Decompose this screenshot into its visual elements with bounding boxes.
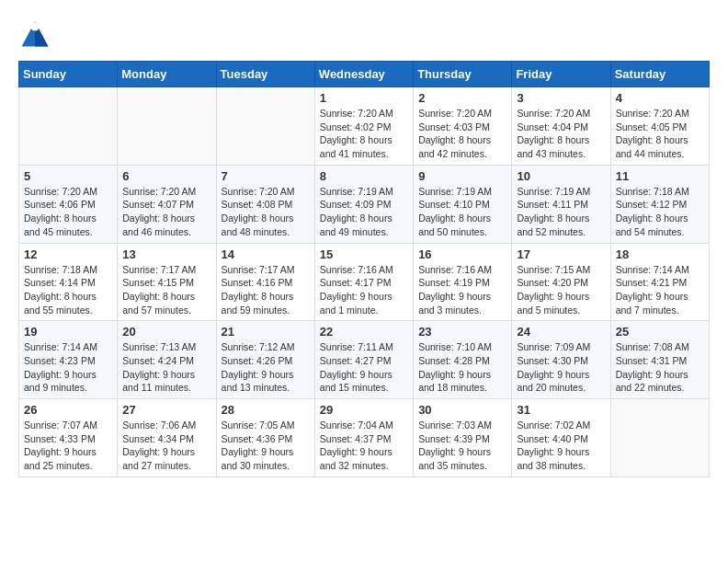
day-number: 29 — [320, 403, 408, 417]
weekday-header-monday: Monday — [118, 62, 216, 87]
day-info: Sunrise: 7:16 AM Sunset: 4:17 PM Dayligh… — [320, 263, 408, 317]
calendar-cell: 12Sunrise: 7:18 AM Sunset: 4:14 PM Dayli… — [19, 243, 118, 321]
day-number: 23 — [418, 325, 506, 339]
calendar-table: SundayMondayTuesdayWednesdayThursdayFrid… — [18, 61, 710, 477]
weekday-header-row: SundayMondayTuesdayWednesdayThursdayFrid… — [19, 62, 710, 87]
day-info: Sunrise: 7:10 AM Sunset: 4:28 PM Dayligh… — [418, 340, 506, 395]
logo-icon — [18, 18, 51, 52]
calendar-week-1: 1Sunrise: 7:20 AM Sunset: 4:02 PM Daylig… — [19, 87, 710, 166]
weekday-header-sunday: Sunday — [19, 62, 118, 87]
calendar-cell: 16Sunrise: 7:16 AM Sunset: 4:19 PM Dayli… — [414, 243, 512, 321]
day-number: 18 — [616, 247, 704, 261]
svg-point-2 — [31, 23, 40, 31]
calendar-cell — [216, 87, 314, 166]
day-number: 15 — [320, 247, 408, 261]
calendar-cell — [610, 399, 709, 477]
day-number: 1 — [320, 91, 408, 105]
day-number: 10 — [517, 169, 605, 183]
calendar-week-2: 5Sunrise: 7:20 AM Sunset: 4:06 PM Daylig… — [19, 165, 710, 243]
calendar-cell: 9Sunrise: 7:19 AM Sunset: 4:10 PM Daylig… — [414, 165, 512, 243]
day-info: Sunrise: 7:15 AM Sunset: 4:20 PM Dayligh… — [517, 263, 605, 317]
calendar-cell: 14Sunrise: 7:17 AM Sunset: 4:16 PM Dayli… — [216, 243, 314, 321]
calendar-cell: 7Sunrise: 7:20 AM Sunset: 4:08 PM Daylig… — [216, 165, 314, 243]
day-info: Sunrise: 7:08 AM Sunset: 4:31 PM Dayligh… — [616, 340, 704, 395]
day-info: Sunrise: 7:14 AM Sunset: 4:23 PM Dayligh… — [24, 340, 112, 395]
page-header — [18, 18, 710, 52]
calendar-cell: 10Sunrise: 7:19 AM Sunset: 4:11 PM Dayli… — [512, 165, 610, 243]
day-number: 7 — [222, 169, 310, 183]
calendar-cell: 31Sunrise: 7:02 AM Sunset: 4:40 PM Dayli… — [512, 399, 610, 477]
day-info: Sunrise: 7:03 AM Sunset: 4:39 PM Dayligh… — [418, 419, 506, 473]
day-info: Sunrise: 7:20 AM Sunset: 4:06 PM Dayligh… — [24, 185, 112, 239]
day-info: Sunrise: 7:20 AM Sunset: 4:02 PM Dayligh… — [320, 107, 408, 161]
day-number: 6 — [122, 169, 210, 183]
day-info: Sunrise: 7:06 AM Sunset: 4:34 PM Dayligh… — [122, 419, 210, 473]
weekday-header-thursday: Thursday — [414, 62, 512, 87]
day-info: Sunrise: 7:19 AM Sunset: 4:09 PM Dayligh… — [320, 185, 408, 239]
calendar-cell: 11Sunrise: 7:18 AM Sunset: 4:12 PM Dayli… — [610, 165, 709, 243]
day-info: Sunrise: 7:18 AM Sunset: 4:14 PM Dayligh… — [24, 263, 112, 317]
day-number: 31 — [517, 403, 605, 417]
calendar-cell: 5Sunrise: 7:20 AM Sunset: 4:06 PM Daylig… — [19, 165, 118, 243]
day-info: Sunrise: 7:09 AM Sunset: 4:30 PM Dayligh… — [517, 340, 605, 395]
calendar-week-4: 19Sunrise: 7:14 AM Sunset: 4:23 PM Dayli… — [19, 321, 710, 399]
calendar-cell: 3Sunrise: 7:20 AM Sunset: 4:04 PM Daylig… — [512, 87, 610, 166]
day-info: Sunrise: 7:11 AM Sunset: 4:27 PM Dayligh… — [320, 340, 408, 395]
day-info: Sunrise: 7:05 AM Sunset: 4:36 PM Dayligh… — [222, 419, 310, 473]
day-number: 28 — [222, 403, 310, 417]
weekday-header-wednesday: Wednesday — [314, 62, 413, 87]
day-info: Sunrise: 7:02 AM Sunset: 4:40 PM Dayligh… — [517, 419, 605, 473]
calendar-cell: 18Sunrise: 7:14 AM Sunset: 4:21 PM Dayli… — [610, 243, 709, 321]
day-info: Sunrise: 7:04 AM Sunset: 4:37 PM Dayligh… — [320, 419, 408, 473]
day-info: Sunrise: 7:17 AM Sunset: 4:15 PM Dayligh… — [122, 263, 210, 317]
day-info: Sunrise: 7:19 AM Sunset: 4:10 PM Dayligh… — [418, 185, 506, 239]
day-number: 9 — [418, 169, 506, 183]
calendar-cell: 8Sunrise: 7:19 AM Sunset: 4:09 PM Daylig… — [314, 165, 413, 243]
day-info: Sunrise: 7:20 AM Sunset: 4:08 PM Dayligh… — [222, 185, 310, 239]
calendar-cell: 27Sunrise: 7:06 AM Sunset: 4:34 PM Dayli… — [118, 399, 216, 477]
day-number: 24 — [517, 325, 605, 339]
day-info: Sunrise: 7:16 AM Sunset: 4:19 PM Dayligh… — [418, 263, 506, 317]
day-number: 2 — [418, 91, 506, 105]
day-number: 8 — [320, 169, 408, 183]
day-number: 13 — [122, 247, 210, 261]
calendar-cell — [118, 87, 216, 166]
calendar-cell: 24Sunrise: 7:09 AM Sunset: 4:30 PM Dayli… — [512, 321, 610, 399]
calendar-cell: 2Sunrise: 7:20 AM Sunset: 4:03 PM Daylig… — [414, 87, 512, 166]
calendar-cell: 23Sunrise: 7:10 AM Sunset: 4:28 PM Dayli… — [414, 321, 512, 399]
day-number: 26 — [24, 403, 112, 417]
day-info: Sunrise: 7:07 AM Sunset: 4:33 PM Dayligh… — [24, 419, 112, 473]
day-info: Sunrise: 7:20 AM Sunset: 4:03 PM Dayligh… — [418, 107, 506, 161]
calendar-cell: 15Sunrise: 7:16 AM Sunset: 4:17 PM Dayli… — [314, 243, 413, 321]
day-number: 14 — [222, 247, 310, 261]
calendar-cell: 25Sunrise: 7:08 AM Sunset: 4:31 PM Dayli… — [610, 321, 709, 399]
day-info: Sunrise: 7:19 AM Sunset: 4:11 PM Dayligh… — [517, 185, 605, 239]
calendar-cell: 19Sunrise: 7:14 AM Sunset: 4:23 PM Dayli… — [19, 321, 118, 399]
day-number: 5 — [24, 169, 112, 183]
day-info: Sunrise: 7:20 AM Sunset: 4:07 PM Dayligh… — [122, 185, 210, 239]
day-info: Sunrise: 7:13 AM Sunset: 4:24 PM Dayligh… — [122, 340, 210, 395]
day-info: Sunrise: 7:12 AM Sunset: 4:26 PM Dayligh… — [222, 340, 310, 395]
day-number: 21 — [222, 325, 310, 339]
day-number: 16 — [418, 247, 506, 261]
calendar-cell: 1Sunrise: 7:20 AM Sunset: 4:02 PM Daylig… — [314, 87, 413, 166]
logo — [18, 18, 57, 52]
weekday-header-tuesday: Tuesday — [216, 62, 314, 87]
weekday-header-saturday: Saturday — [610, 62, 709, 87]
calendar-cell: 28Sunrise: 7:05 AM Sunset: 4:36 PM Dayli… — [216, 399, 314, 477]
day-number: 25 — [616, 325, 704, 339]
day-info: Sunrise: 7:18 AM Sunset: 4:12 PM Dayligh… — [616, 185, 704, 239]
calendar-cell: 20Sunrise: 7:13 AM Sunset: 4:24 PM Dayli… — [118, 321, 216, 399]
day-number: 17 — [517, 247, 605, 261]
day-info: Sunrise: 7:20 AM Sunset: 4:04 PM Dayligh… — [517, 107, 605, 161]
weekday-header-friday: Friday — [512, 62, 610, 87]
day-number: 12 — [24, 247, 112, 261]
day-info: Sunrise: 7:20 AM Sunset: 4:05 PM Dayligh… — [616, 107, 704, 161]
day-number: 4 — [616, 91, 704, 105]
day-number: 3 — [517, 91, 605, 105]
day-number: 11 — [616, 169, 704, 183]
calendar-week-5: 26Sunrise: 7:07 AM Sunset: 4:33 PM Dayli… — [19, 399, 710, 477]
day-number: 19 — [24, 325, 112, 339]
calendar-cell: 21Sunrise: 7:12 AM Sunset: 4:26 PM Dayli… — [216, 321, 314, 399]
day-number: 30 — [418, 403, 506, 417]
